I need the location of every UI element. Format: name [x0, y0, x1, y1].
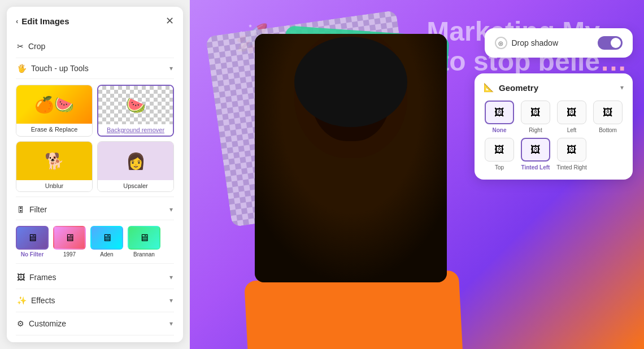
- filter-nofilter-label: No Filter: [16, 251, 49, 258]
- filter-aden[interactable]: 🖥 Aden: [90, 226, 123, 258]
- filter-aden-label: Aden: [90, 251, 123, 258]
- erase-thumb: 🍊🍉: [16, 85, 92, 124]
- tool-bgrem[interactable]: 🍉 Background remover: [97, 85, 174, 137]
- frames-chevron: ▾: [169, 273, 173, 281]
- geometry-panel: 📐 Geometry ▾ 🖼 None 🖼 Right 🖼 Left 🖼 Bot…: [475, 73, 633, 180]
- geo-empty: [592, 138, 624, 171]
- effects-chevron: ▾: [169, 296, 173, 304]
- tool-unblur[interactable]: 🐕 Unblur: [16, 141, 93, 192]
- drop-shadow-panel: ◎ Drop shadow: [485, 28, 633, 58]
- geo-tinted-right-label: Tinted Right: [556, 164, 587, 171]
- touchup-chevron: ▾: [169, 64, 173, 72]
- back-icon[interactable]: ‹: [16, 17, 18, 25]
- effects-icon: ✨: [17, 296, 27, 305]
- person-silhouette: [255, 34, 447, 282]
- upscaler-label: Upscaler: [98, 180, 173, 191]
- geo-tinted-left-icon: 🖼: [521, 138, 550, 162]
- bgrem-thumb: 🍉: [98, 86, 173, 124]
- touchup-label: Touch - up Tools: [31, 64, 89, 73]
- tool-upscaler[interactable]: 👩 Upscaler: [97, 141, 174, 192]
- touchup-header[interactable]: 🖐 Touch - up Tools ▾: [16, 58, 174, 79]
- filter-header[interactable]: 🎛 Filter ▾: [16, 199, 174, 220]
- tool-erase[interactable]: 🍊🍉 Erase & Replace: [16, 85, 93, 137]
- filter-brannan-label: Brannan: [128, 251, 160, 258]
- main-canvas: Marketing My… to stop belie… 🚀 ◎ Drop sh…: [190, 0, 644, 349]
- touchup-section: 🖐 Touch - up Tools ▾ 🍊🍉 Erase & Replace …: [16, 58, 174, 197]
- close-button[interactable]: ✕: [166, 16, 174, 26]
- geometry-row2: 🖼 Top 🖼 Tinted Left 🖼 Tinted Right: [484, 138, 624, 171]
- filter-nofilter[interactable]: 🖥 No Filter: [16, 226, 49, 258]
- geo-left-label: Left: [567, 127, 577, 133]
- crop-row[interactable]: ✂ Crop: [16, 35, 174, 58]
- geo-left[interactable]: 🖼 Left: [556, 101, 588, 133]
- geo-top-label: Top: [495, 164, 504, 171]
- frames-row[interactable]: 🖼 Frames ▾: [16, 266, 174, 289]
- unblur-thumb: 🐕: [16, 142, 92, 180]
- geo-bottom-icon: 🖼: [593, 101, 623, 124]
- filter-nofilter-thumb: 🖥: [16, 226, 49, 250]
- geometry-row1: 🖼 None 🖼 Right 🖼 Left 🖼 Bottom: [484, 101, 624, 133]
- edit-images-panel: ‹ Edit Images ✕ ✂ Crop 🖐 Touch - up Tool…: [7, 7, 183, 342]
- geo-tinted-right[interactable]: 🖼 Tinted Right: [556, 138, 588, 171]
- bgrem-label: Background remover: [98, 124, 173, 136]
- drop-shadow-label: Drop shadow: [512, 38, 559, 47]
- customize-row[interactable]: ⚙ Customize ▾: [16, 312, 174, 335]
- filter-brannan-thumb: 🖥: [128, 226, 160, 250]
- filter-1997-thumb: 🖥: [53, 226, 86, 250]
- shadow-icon: ◎: [495, 37, 507, 49]
- drop-shadow-toggle[interactable]: [598, 36, 623, 50]
- frames-icon: 🖼: [17, 273, 25, 282]
- filter-label: Filter: [29, 205, 47, 214]
- filter-chevron: ▾: [169, 206, 173, 213]
- upscaler-thumb: 👩: [98, 142, 173, 180]
- filter-1997[interactable]: 🖥 1997: [53, 226, 86, 258]
- frames-label: Frames: [29, 273, 56, 282]
- geo-none[interactable]: 🖼 None: [484, 101, 515, 133]
- geo-right-label: Right: [529, 127, 542, 133]
- geo-left-icon: 🖼: [557, 101, 586, 124]
- geo-none-label: None: [493, 127, 507, 133]
- filter-icon: 🎛: [17, 205, 25, 214]
- tool-grid: 🍊🍉 Erase & Replace 🍉 Background remover …: [16, 85, 174, 192]
- filter-section: 🎛 Filter ▾ 🖥 No Filter 🖥 1997 🖥 Aden 🖥 B…: [16, 199, 174, 264]
- filter-aden-thumb: 🖥: [90, 226, 123, 250]
- filter-1997-label: 1997: [53, 251, 86, 258]
- filter-brannan[interactable]: 🖥 Brannan: [128, 226, 160, 258]
- geo-right[interactable]: 🖼 Right: [520, 101, 551, 133]
- customize-chevron: ▾: [169, 320, 173, 328]
- geo-tinted-left-label: Tinted Left: [521, 164, 550, 171]
- effects-label: Effects: [31, 296, 55, 305]
- unblur-label: Unblur: [16, 180, 92, 191]
- customize-icon: ⚙: [17, 319, 24, 328]
- geometry-chevron[interactable]: ▾: [620, 84, 624, 91]
- geo-tinted-left[interactable]: 🖼 Tinted Left: [520, 138, 551, 171]
- geo-top-icon: 🖼: [485, 138, 514, 162]
- geometry-header: 📐 Geometry ▾: [484, 82, 624, 93]
- effects-row[interactable]: ✨ Effects ▾: [16, 289, 174, 312]
- panel-header: ‹ Edit Images ✕: [16, 16, 174, 26]
- geo-right-icon: 🖼: [521, 101, 550, 124]
- person-photo: [255, 34, 447, 282]
- panel-title: ‹ Edit Images: [16, 16, 69, 26]
- geo-none-icon: 🖼: [485, 101, 514, 124]
- filter-scroll: 🖥 No Filter 🖥 1997 🖥 Aden 🖥 Brannan: [16, 226, 174, 258]
- erase-label: Erase & Replace: [16, 124, 92, 135]
- geo-tinted-right-icon: 🖼: [557, 138, 586, 162]
- geometry-icon: 📐: [484, 82, 494, 93]
- geo-bottom[interactable]: 🖼 Bottom: [592, 101, 624, 133]
- crop-label: Crop: [28, 42, 45, 51]
- customize-label: Customize: [29, 319, 66, 328]
- geo-top[interactable]: 🖼 Top: [484, 138, 515, 171]
- geo-bottom-label: Bottom: [599, 127, 617, 133]
- geometry-title-text: Geometry: [499, 83, 538, 93]
- crop-icon: ✂: [17, 42, 24, 51]
- touchup-icon: 🖐: [17, 64, 27, 73]
- panel-title-text: Edit Images: [21, 16, 69, 26]
